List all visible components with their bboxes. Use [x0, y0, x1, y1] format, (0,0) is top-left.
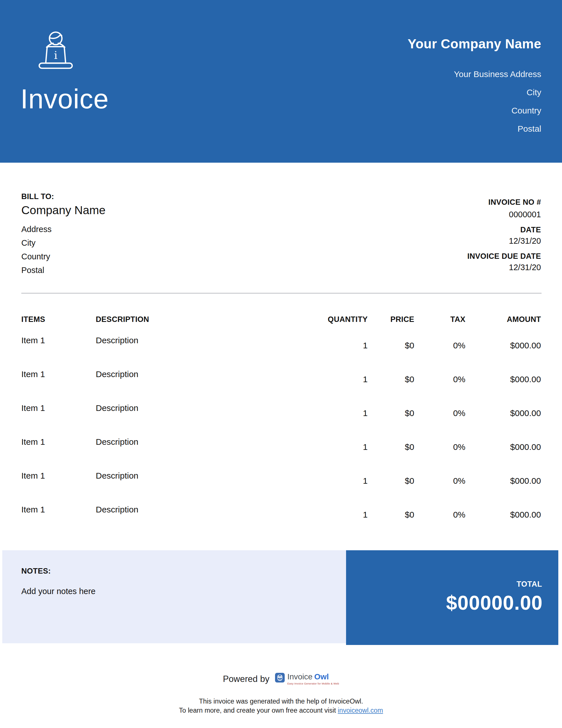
logo-text-invoice: Invoice — [287, 673, 312, 681]
price-cell: $0 — [368, 369, 414, 384]
invoice-no-label: INVOICE NO # — [467, 198, 541, 206]
bill-to-section: BILL TO: Company Name Address City Count… — [21, 192, 105, 277]
column-header-items: ITEMS — [21, 316, 96, 323]
column-header-price: PRICE — [368, 316, 414, 323]
logo-text-owl: Owl — [314, 673, 329, 681]
item-cell: Item 1 — [21, 471, 96, 480]
svg-text:i: i — [54, 49, 57, 61]
column-header-amount: AMOUNT — [465, 316, 541, 323]
table-row: Item 1 Description 1 $0 0% $000.00 — [21, 369, 541, 403]
description-cell: Description — [96, 437, 314, 446]
company-address-line: Postal — [408, 120, 541, 138]
invoice-no-value: 0000001 — [467, 210, 541, 219]
bill-to-address-line: City — [21, 236, 105, 250]
item-cell: Item 1 — [21, 403, 96, 413]
quantity-cell: 1 — [314, 505, 368, 519]
fineprint-line1: This invoice was generated with the help… — [0, 697, 562, 706]
quantity-cell: 1 — [314, 471, 368, 485]
quantity-cell: 1 — [314, 369, 368, 384]
bill-to-address-line: Postal — [21, 263, 105, 277]
due-date-label: INVOICE DUE DATE — [467, 253, 541, 260]
table-body: Item 1 Description 1 $0 0% $000.00 Item … — [21, 336, 541, 539]
table-row: Item 1 Description 1 $0 0% $000.00 — [21, 437, 541, 471]
total-box: TOTAL $00000.00 — [346, 550, 558, 645]
column-header-quantity: QUANTITY — [314, 316, 368, 323]
amount-cell: $000.00 — [465, 505, 541, 519]
company-address: Your Business Address City Country Posta… — [408, 65, 541, 138]
quantity-cell: 1 — [314, 403, 368, 418]
date-label: DATE — [467, 226, 541, 234]
price-cell: $0 — [368, 505, 414, 519]
invoice-meta-section: INVOICE NO # 0000001 DATE 12/31/20 INVOI… — [467, 198, 541, 272]
bill-to-address: Address City Country Postal — [21, 222, 105, 277]
company-address-line: Your Business Address — [408, 65, 541, 83]
bill-to-label: BILL TO: — [21, 192, 105, 201]
bill-to-address-line: Country — [21, 250, 105, 263]
amount-cell: $000.00 — [465, 437, 541, 452]
tax-cell: 0% — [414, 403, 465, 418]
amount-cell: $000.00 — [465, 336, 541, 350]
description-cell: Description — [96, 471, 314, 480]
document-title: Invoice — [20, 85, 109, 113]
column-header-tax: TAX — [414, 316, 465, 323]
description-cell: Description — [96, 505, 314, 514]
owl-icon — [275, 673, 285, 683]
total-label: TOTAL — [517, 580, 542, 589]
price-cell: $0 — [368, 403, 414, 418]
invoiceowl-link[interactable]: invoiceowl.com — [338, 707, 383, 714]
fineprint-line2: To learn more, and create your own free … — [0, 706, 562, 715]
amount-cell: $000.00 — [465, 471, 541, 485]
table-row: Item 1 Description 1 $0 0% $000.00 — [21, 505, 541, 539]
company-block: Your Company Name Your Business Address … — [408, 36, 541, 138]
notes-panel: NOTES: Add your notes here — [2, 550, 346, 643]
notes-text: Add your notes here — [21, 587, 96, 596]
due-date-value: 12/31/20 — [467, 263, 541, 272]
item-cell: Item 1 — [21, 369, 96, 379]
bill-to-address-line: Address — [21, 222, 105, 236]
header-band: i Invoice Your Company Name Your Busines… — [0, 0, 562, 163]
description-cell: Description — [96, 369, 314, 379]
tax-cell: 0% — [414, 437, 465, 452]
price-cell: $0 — [368, 437, 414, 452]
company-address-line: Country — [408, 102, 541, 120]
items-table: ITEMS DESCRIPTION QUANTITY PRICE TAX AMO… — [21, 316, 541, 539]
fineprint-line2-text: To learn more, and create your own free … — [179, 707, 338, 714]
amount-cell: $000.00 — [465, 369, 541, 384]
logo-text-block: Invoice Owl Easy Invoice Generator for M… — [287, 673, 339, 685]
tax-cell: 0% — [414, 336, 465, 350]
bill-to-company: Company Name — [21, 203, 105, 217]
description-cell: Description — [96, 336, 314, 345]
notes-label: NOTES: — [21, 567, 51, 576]
company-name: Your Company Name — [408, 36, 541, 51]
company-address-line: City — [408, 83, 541, 102]
invoice-page: i Invoice Your Company Name Your Busines… — [0, 0, 562, 728]
table-row: Item 1 Description 1 $0 0% $000.00 — [21, 336, 541, 369]
invoiceowl-logo: Invoice Owl Easy Invoice Generator for M… — [275, 673, 339, 685]
column-header-description: DESCRIPTION — [96, 316, 314, 323]
table-row: Item 1 Description 1 $0 0% $000.00 — [21, 403, 541, 437]
description-cell: Description — [96, 403, 314, 413]
tax-cell: 0% — [414, 369, 465, 384]
price-cell: $0 — [368, 471, 414, 485]
quantity-cell: 1 — [314, 336, 368, 350]
item-cell: Item 1 — [21, 437, 96, 446]
price-cell: $0 — [368, 336, 414, 350]
table-header-row: ITEMS DESCRIPTION QUANTITY PRICE TAX AMO… — [21, 316, 541, 323]
table-row: Item 1 Description 1 $0 0% $000.00 — [21, 471, 541, 505]
footer-fineprint: This invoice was generated with the help… — [0, 697, 562, 715]
amount-cell: $000.00 — [465, 403, 541, 418]
date-value: 12/31/20 — [467, 237, 541, 245]
powered-by-text: Powered by — [223, 674, 270, 684]
item-cell: Item 1 — [21, 505, 96, 514]
person-at-laptop-icon: i — [36, 30, 76, 70]
powered-by-row: Powered by — [0, 673, 562, 685]
tax-cell: 0% — [414, 505, 465, 519]
tax-cell: 0% — [414, 471, 465, 485]
logo-tagline: Easy Invoice Generator for Mobile & Web — [287, 682, 339, 685]
quantity-cell: 1 — [314, 437, 368, 452]
item-cell: Item 1 — [21, 336, 96, 345]
section-divider — [21, 293, 542, 293]
total-amount: $00000.00 — [446, 593, 543, 613]
